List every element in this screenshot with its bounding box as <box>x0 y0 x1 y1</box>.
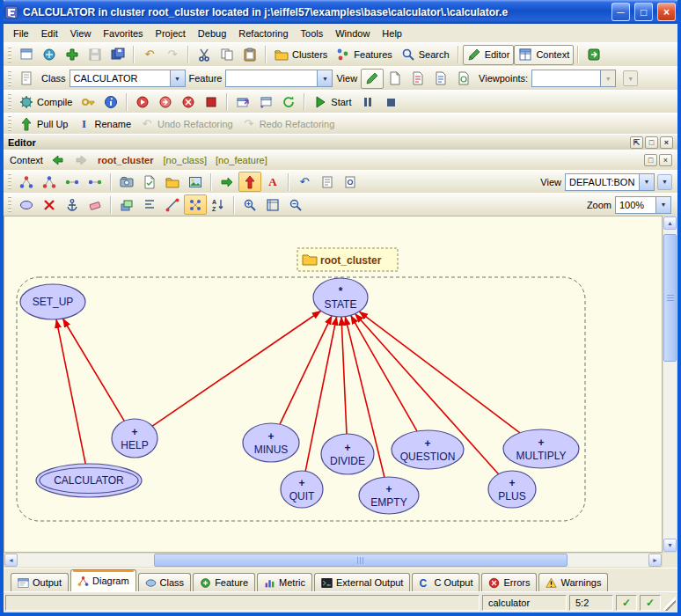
class-node-help[interactable]: +HELP <box>112 419 157 458</box>
chevron-down-icon[interactable]: ▼ <box>600 70 615 86</box>
delete-item-button[interactable] <box>38 194 61 215</box>
viewpoints-menu-button[interactable]: ▼ <box>623 70 638 86</box>
feature-combobox[interactable]: ▼ <box>225 70 333 87</box>
toolbar-grip[interactable] <box>8 173 11 190</box>
undo-refactoring-button[interactable]: ↶Undo Refactoring <box>135 114 238 134</box>
class-node-multiply[interactable]: +MULTIPLY <box>503 429 579 468</box>
cut-button[interactable] <box>193 45 216 65</box>
inheritance-link-calculator-set_up[interactable] <box>56 319 85 464</box>
menu-help[interactable]: Help <box>376 26 408 40</box>
compile-button[interactable]: Compile <box>15 92 77 112</box>
scroll-up-icon[interactable]: ▲ <box>663 216 677 230</box>
fit-to-window-button[interactable] <box>261 194 284 215</box>
ignore-breakpoints-button[interactable] <box>177 92 200 112</box>
toolbar-grip[interactable] <box>8 196 11 213</box>
minimize-button[interactable]: ─ <box>611 3 630 21</box>
interface-view-button[interactable] <box>452 69 475 89</box>
diagram-view-combobox[interactable]: DEFAULT:BON ▼ <box>565 173 655 191</box>
debug-run-button[interactable] <box>131 92 154 112</box>
clear-breakpoints-button[interactable] <box>200 92 223 112</box>
save-button[interactable] <box>84 45 106 65</box>
class-tool-button[interactable] <box>15 69 38 89</box>
picture-button[interactable] <box>184 172 207 192</box>
copy-button[interactable] <box>216 45 238 65</box>
scroll-left-icon[interactable]: ◄ <box>4 554 18 567</box>
debug-step-button[interactable] <box>154 92 177 112</box>
menu-favorites[interactable]: Favorites <box>97 26 149 40</box>
pause-button[interactable] <box>356 92 379 112</box>
class-node-state[interactable]: *STATE <box>313 278 368 317</box>
cluster-view-button[interactable] <box>38 172 61 192</box>
search-button[interactable]: Search <box>397 45 454 65</box>
toolbar-grip[interactable] <box>8 47 11 63</box>
create-class-button[interactable] <box>15 194 38 215</box>
redo-button[interactable]: ↷ <box>161 45 184 65</box>
close-button[interactable]: × <box>657 3 676 21</box>
close-pane-icon[interactable]: × <box>660 136 673 149</box>
new-tab-button[interactable] <box>384 69 406 89</box>
paste-button[interactable] <box>238 45 261 65</box>
new-window-button[interactable] <box>15 45 38 65</box>
scroll-right-icon[interactable]: ► <box>648 554 662 567</box>
class-node-set_up[interactable]: SET_UP <box>20 284 85 319</box>
tab-warnings[interactable]: Warnings <box>538 573 608 591</box>
tab-class[interactable]: Class <box>138 573 192 591</box>
chevron-down-icon[interactable]: ▼ <box>655 197 670 213</box>
quick-view-button[interactable] <box>339 172 362 192</box>
menu-view[interactable]: View <box>64 26 98 40</box>
viewpoints-combobox[interactable]: ▼ <box>531 70 616 87</box>
bon-class-diagram[interactable]: root_clusterSET_UP*STATE+HELP+MINUS+DIVI… <box>4 216 662 552</box>
menu-edit[interactable]: Edit <box>35 26 64 40</box>
flat-view-button[interactable] <box>406 69 429 89</box>
inheritance-link-help-state[interactable] <box>152 311 320 426</box>
diagram-view-menu-button[interactable]: ▼ <box>657 174 672 190</box>
diagram-undo-button[interactable]: ↶ <box>293 172 316 192</box>
anchor-button[interactable] <box>61 194 84 215</box>
add-label-button[interactable]: A <box>261 172 284 192</box>
tab-c-output[interactable]: CC Output <box>412 573 480 591</box>
diagram-history-button[interactable] <box>316 172 339 192</box>
create-client-link-button[interactable] <box>216 172 238 192</box>
cluster-label[interactable]: root_cluster <box>297 248 398 271</box>
undock-pane-icon[interactable]: ⇱ <box>630 136 643 149</box>
export-diagram-button[interactable] <box>138 172 161 192</box>
scroll-down-icon[interactable]: ▼ <box>663 539 677 552</box>
editor-toggle-button[interactable]: Editor <box>463 45 515 65</box>
zoom-out-button[interactable] <box>284 194 307 215</box>
context-class-name[interactable]: [no_class] <box>164 155 208 165</box>
toolbar-grip[interactable] <box>8 115 11 132</box>
context-feature-name[interactable]: [no_feature] <box>216 155 267 165</box>
context-cluster-name[interactable]: root_cluster <box>98 155 154 165</box>
zoom-combobox[interactable]: 100% ▼ <box>615 196 671 214</box>
horizontal-scroll-thumb[interactable] <box>154 554 568 567</box>
inheritance-link-minus-state[interactable] <box>280 316 332 424</box>
class-node-plus[interactable]: +PLUS <box>488 471 536 508</box>
contract-view-button[interactable] <box>429 69 452 89</box>
menu-window[interactable]: Window <box>329 26 376 40</box>
vertical-scrollbar[interactable]: ▲ ▼ <box>663 216 677 553</box>
history-back-button[interactable] <box>47 150 70 171</box>
straighten-button[interactable] <box>161 194 184 215</box>
raise-editor-button[interactable] <box>254 92 277 112</box>
features-button[interactable]: Features <box>332 45 396 65</box>
eraser-button[interactable] <box>84 194 106 215</box>
vertical-scroll-thumb[interactable] <box>663 234 677 362</box>
tab-external-output[interactable]: External Output <box>314 573 410 591</box>
capture-diagram-button[interactable] <box>115 172 138 192</box>
tab-output[interactable]: Output <box>11 573 69 591</box>
maximize-button[interactable]: □ <box>634 3 653 21</box>
stop-button[interactable] <box>379 92 402 112</box>
class-node-question[interactable]: +QUESTION <box>392 430 464 469</box>
start-button[interactable]: Start <box>309 92 355 112</box>
class-node-divide[interactable]: +DIVIDE <box>321 434 374 474</box>
zoom-in-button[interactable] <box>238 194 261 215</box>
class-node-empty[interactable]: +EMPTY <box>359 477 419 514</box>
sort-classes-button[interactable]: AZ <box>207 194 230 215</box>
tab-diagram[interactable]: Diagram <box>70 569 136 591</box>
menu-refactoring[interactable]: Refactoring <box>232 26 294 40</box>
diagram-canvas[interactable]: root_clusterSET_UP*STATE+HELP+MINUS+DIVI… <box>4 216 663 553</box>
class-node-quit[interactable]: +QUIT <box>281 471 323 508</box>
supplier-view-button[interactable] <box>61 172 84 192</box>
pull-up-button[interactable]: Pull Up <box>15 114 72 134</box>
inheritance-link-help-set_up[interactable] <box>62 319 124 421</box>
